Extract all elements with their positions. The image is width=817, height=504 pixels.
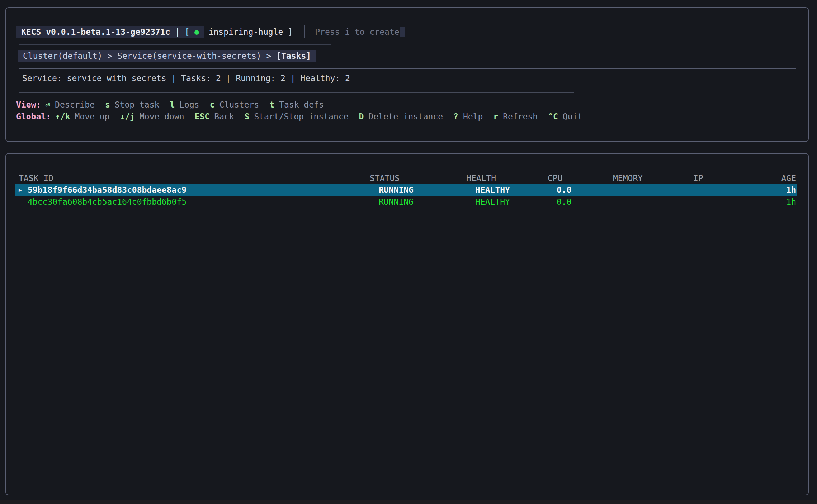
keybind-clusters: cClusters [210, 99, 259, 110]
breadcrumb-separator: > [261, 51, 277, 61]
tasks-table-panel: TASK ID STATUS HEALTH CPU MEMORY IP AGE … [5, 153, 809, 495]
app-title-badge: KECS v0.0.1-beta.1-13-ge92371c | [ ● [16, 26, 204, 38]
keybind-action: Quit [563, 112, 582, 121]
keybind-action: Refresh [503, 112, 538, 121]
keybind-describe: ⏎Describe [45, 99, 95, 110]
terminal-cursor [400, 27, 405, 37]
table-row[interactable]: 4bcc30fa608b4cb5ac164c0fbbd6b0f5 RUNNING… [15, 196, 797, 208]
column-age: AGE [776, 173, 797, 183]
return-key-icon: ⏎ [45, 100, 50, 109]
keybind-move-up: ↑/kMove up [55, 111, 109, 122]
breadcrumb-current: [Tasks] [276, 51, 311, 61]
keybind-help: ?Help [453, 111, 483, 122]
header-panel: KECS v0.0.1-beta.1-13-ge92371c | [ ● ins… [5, 7, 809, 142]
keybind-delete-instance: DDelete instance [359, 111, 443, 122]
keybind-action: Clusters [219, 100, 259, 109]
tasks-table: TASK ID STATUS HEALTH CPU MEMORY IP AGE … [15, 172, 797, 208]
separator-under-breadcrumb [19, 68, 796, 69]
table-header-row: TASK ID STATUS HEALTH CPU MEMORY IP AGE [15, 172, 797, 184]
keybind-action: Back [214, 112, 234, 121]
breadcrumb-separator: > [103, 51, 118, 61]
keybind-task-defs: tTask defs [269, 99, 324, 110]
key-t: t [269, 100, 274, 109]
column-ip: IP [693, 173, 776, 183]
keybind-action: Logs [179, 100, 199, 109]
cell-health: HEALTHY [466, 185, 548, 195]
selected-row-arrow-icon: ▶ [19, 187, 22, 193]
app-title: KECS v0.0.1-beta.1-13-ge92371c | [21, 27, 180, 37]
separator-under-header [19, 44, 331, 45]
window-bottom-strip [0, 500, 817, 504]
keybind-action: Start/Stop instance [254, 112, 348, 121]
keybind-action: Describe [55, 100, 95, 109]
keybind-back: ESCBack [195, 111, 234, 122]
cell-status: RUNNING [370, 197, 466, 206]
key-shift-d: D [359, 112, 364, 121]
view-label: View: [16, 99, 41, 110]
column-memory: MEMORY [613, 173, 693, 183]
create-hint: Press i to create [315, 27, 399, 37]
keybind-action: Stop task [115, 100, 160, 109]
cell-health: HEALTHY [466, 197, 548, 206]
key-ctrl-c: ^C [548, 112, 558, 121]
view-keybind-row: View: ⏎Describe sStop task lLogs cCluste… [16, 99, 334, 110]
cell-cpu: 0.0 [548, 185, 613, 195]
global-keybind-row: Global: ↑/kMove up ↓/jMove down ESCBack … [16, 111, 593, 122]
key-l: l [170, 100, 175, 109]
keybind-quit: ^CQuit [548, 111, 582, 122]
keybind-action: Task defs [279, 100, 324, 109]
cell-status: RUNNING [370, 185, 466, 195]
global-label: Global: [16, 111, 51, 122]
breadcrumb-service[interactable]: Service(service-with-secrets) [117, 51, 261, 61]
cell-age: 1h [776, 197, 797, 206]
column-task-id: TASK ID [15, 173, 370, 183]
up-key-icon: ↑/k [55, 112, 70, 121]
key-s: s [105, 100, 110, 109]
app-header: KECS v0.0.1-beta.1-13-ge92371c | [ ● ins… [16, 26, 405, 38]
cell-task-id: 4bcc30fa608b4cb5ac164c0fbbd6b0f5 [15, 197, 370, 206]
keybind-action: Move up [75, 112, 109, 121]
down-key-icon: ↓/j [120, 112, 135, 121]
key-question: ? [453, 112, 458, 121]
instance-status-dot-icon: ● [194, 28, 199, 36]
key-r: r [493, 112, 498, 121]
cell-age: 1h [776, 185, 797, 195]
cell-cpu: 0.0 [548, 197, 613, 206]
breadcrumb: Cluster(default) > Service(service-with-… [18, 50, 316, 62]
separator-under-service [19, 92, 574, 93]
cell-task-id: 59b18f9f66d34ba58d83c08bdaee8ac9 [15, 185, 370, 195]
key-esc: ESC [195, 112, 210, 121]
column-status: STATUS [370, 173, 466, 183]
breadcrumb-cluster[interactable]: Cluster(default) [23, 51, 103, 61]
column-health: HEALTH [466, 173, 548, 183]
column-cpu: CPU [548, 173, 613, 183]
table-row[interactable]: ▶ 59b18f9f66d34ba58d83c08bdaee8ac9 RUNNI… [15, 184, 797, 196]
instance-name: inspiring-hugle [209, 27, 283, 37]
key-shift-s: S [245, 112, 250, 121]
keybind-logs: lLogs [170, 99, 199, 110]
keybind-start-stop: SStart/Stop instance [245, 111, 349, 122]
keybind-move-down: ↓/jMove down [120, 111, 184, 122]
bracket-close: ] [288, 27, 293, 37]
bracket-open: [ [185, 27, 190, 37]
keybind-action: Delete instance [368, 112, 443, 121]
keybind-refresh: rRefresh [493, 111, 538, 122]
service-summary: Service: service-with-secrets | Tasks: 2… [22, 72, 350, 84]
key-c: c [210, 100, 215, 109]
keybind-stop-task: sStop task [105, 99, 159, 110]
keybind-action: Move down [140, 112, 184, 121]
keybind-action: Help [463, 112, 483, 121]
header-divider [304, 25, 305, 38]
